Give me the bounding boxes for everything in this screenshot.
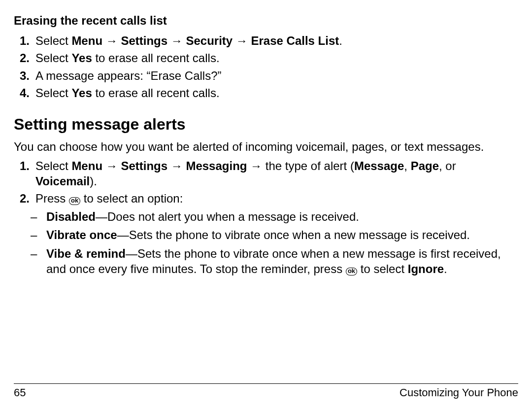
- step-number: 1.: [14, 158, 35, 189]
- bullet-dash: –: [14, 227, 46, 242]
- step-number: 2.: [14, 50, 35, 66]
- step-3: 3. A message appears: “Erase Calls?”: [14, 68, 518, 83]
- bullet-dash: –: [14, 209, 46, 224]
- option-vibe-remind: – Vibe & remind—Sets the phone to vibrat…: [14, 246, 518, 276]
- ok-icon: ok: [346, 268, 357, 275]
- step-text: Select Menu → Settings → Messaging → the…: [35, 158, 518, 189]
- step-1: 1. Select Menu → Settings → Security → E…: [14, 33, 518, 48]
- erase-calls-steps: 1. Select Menu → Settings → Security → E…: [14, 33, 518, 101]
- page-content: Erasing the recent calls list 1. Select …: [14, 13, 518, 377]
- step-text: A message appears: “Erase Calls?”: [35, 68, 518, 83]
- step-number: 3.: [14, 68, 35, 83]
- intro-paragraph: You can choose how you want be alerted o…: [14, 139, 518, 154]
- step-4: 4. Select Yes to erase all recent calls.: [14, 85, 518, 101]
- step-text: Select Yes to erase all recent calls.: [35, 85, 518, 101]
- option-text: Vibrate once—Sets the phone to vibrate o…: [46, 227, 518, 242]
- page-footer: 65 Customizing Your Phone: [14, 383, 518, 400]
- ok-icon: ok: [69, 197, 80, 205]
- alert-options-list: – Disabled—Does not alert you when a mes…: [14, 209, 518, 276]
- step-text: Press ok to select an option:: [35, 191, 518, 206]
- step-text: Select Menu → Settings → Security → Eras…: [35, 33, 518, 48]
- step-2: 2. Press ok to select an option:: [14, 191, 518, 206]
- step-number: 4.: [14, 85, 35, 101]
- step-text: Select Yes to erase all recent calls.: [35, 50, 518, 66]
- step-number: 1.: [14, 33, 35, 48]
- page-number: 65: [14, 386, 26, 400]
- subheading-erase-recent-calls: Erasing the recent calls list: [14, 13, 518, 28]
- bullet-dash: –: [14, 246, 46, 276]
- option-vibrate-once: – Vibrate once—Sets the phone to vibrate…: [14, 227, 518, 242]
- option-text: Vibe & remind—Sets the phone to vibrate …: [46, 246, 518, 276]
- message-alerts-steps: 1. Select Menu → Settings → Messaging → …: [14, 158, 518, 206]
- step-2: 2. Select Yes to erase all recent calls.: [14, 50, 518, 66]
- option-text: Disabled—Does not alert you when a messa…: [46, 209, 518, 224]
- footer-title: Customizing Your Phone: [399, 386, 518, 400]
- heading-setting-message-alerts: Setting message alerts: [14, 114, 518, 135]
- step-number: 2.: [14, 191, 35, 206]
- manual-page: Erasing the recent calls list 1. Select …: [0, 0, 532, 411]
- option-disabled: – Disabled—Does not alert you when a mes…: [14, 209, 518, 224]
- step-1: 1. Select Menu → Settings → Messaging → …: [14, 158, 518, 189]
